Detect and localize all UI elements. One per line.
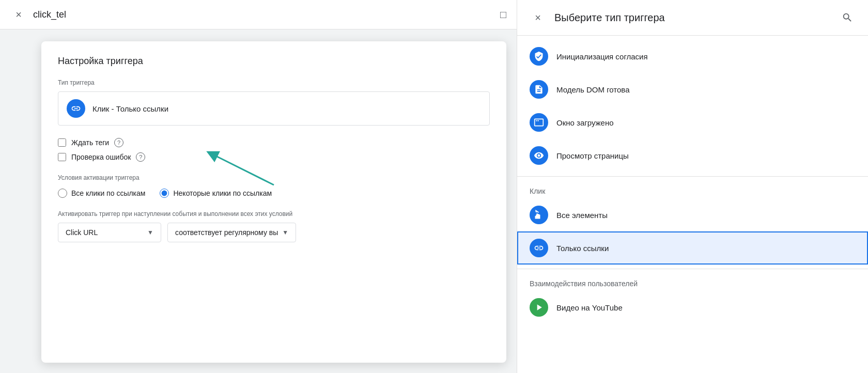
radio-some-input[interactable]	[160, 189, 169, 198]
section-divider-click	[517, 176, 868, 177]
all-elements-icon-circle	[530, 206, 548, 224]
search-button[interactable]	[839, 9, 856, 26]
trigger-settings-modal: Настройка триггера Тип триггера Клик - Т…	[41, 41, 506, 363]
check-errors-label: Проверка ошибок	[71, 153, 131, 161]
trigger-type-selector[interactable]: Клик - Только ссылки	[58, 91, 490, 126]
radio-some-label: Некоторые клики по ссылкам	[173, 189, 272, 197]
section-header-user: Взаимодействия пользователей	[517, 273, 868, 291]
only-links-icon-circle	[530, 239, 548, 257]
list-item-window-loaded[interactable]: Окно загружено	[517, 106, 868, 139]
trigger-type-list: Инициализация согласия Модель DOM готова…	[517, 36, 868, 373]
cursor-icon	[534, 210, 544, 220]
condition-field-select[interactable]: Click URL ▼	[58, 223, 161, 242]
wait-tags-help-icon[interactable]: ?	[114, 138, 123, 147]
modal-title: Настройка триггера	[58, 56, 490, 67]
condition-operator-select[interactable]: соответствует регулярному вы ▼	[167, 223, 296, 242]
section-header-click: Клик	[517, 181, 868, 198]
play-icon	[534, 302, 544, 313]
condition-operator-value: соответствует регулярному вы	[175, 228, 278, 237]
radio-some-links[interactable]: Некоторые клики по ссылкам	[160, 189, 272, 198]
page-view-icon-circle	[530, 146, 548, 165]
link-icon-list	[534, 243, 544, 253]
page-view-label: Просмотр страницы	[556, 151, 629, 160]
trigger-type-name: Клик - Только ссылки	[92, 104, 168, 113]
check-errors-row: Проверка ошибок ?	[58, 152, 490, 162]
search-icon	[842, 12, 853, 23]
check-errors-help-icon[interactable]: ?	[136, 152, 145, 162]
right-header: × Выберите тип триггера	[517, 0, 868, 36]
svg-rect-1	[536, 120, 537, 121]
dom-ready-label: Модель DOM готова	[556, 85, 630, 94]
consent-label: Инициализация согласия	[556, 52, 648, 61]
consent-icon-circle	[530, 47, 548, 66]
wait-tags-checkbox[interactable]	[58, 138, 66, 147]
only-links-label: Только ссылки	[556, 244, 609, 253]
dom-ready-icon-circle	[530, 80, 548, 99]
right-close-button[interactable]: ×	[530, 9, 546, 26]
eye-icon	[534, 150, 544, 161]
list-item-dom-ready[interactable]: Модель DOM готова	[517, 73, 868, 106]
close-button[interactable]: ×	[10, 6, 27, 23]
section-divider-user	[517, 269, 868, 269]
tag-name-input[interactable]	[33, 9, 494, 20]
condition-row: Click URL ▼ соответствует регулярному вы…	[58, 223, 490, 242]
radio-all-input[interactable]	[58, 189, 67, 198]
folder-icon[interactable]: □	[500, 9, 506, 21]
wait-tags-row: Ждать теги ?	[58, 138, 490, 147]
link-icon	[71, 103, 81, 114]
list-item-page-view[interactable]: Просмотр страницы	[517, 139, 868, 172]
window-loaded-label: Окно загружено	[556, 118, 614, 127]
shield-icon	[534, 51, 544, 61]
right-panel-title: Выберите тип триггера	[554, 12, 831, 24]
radio-row: Все клики по ссылкам Некоторые клики по …	[58, 189, 490, 198]
chevron-down-icon-2: ▼	[282, 229, 288, 236]
trigger-type-label: Тип триггера	[58, 79, 490, 86]
list-item-only-links[interactable]: Только ссылки	[517, 231, 868, 265]
chevron-down-icon: ▼	[147, 229, 153, 236]
checkboxes-section: Ждать теги ? Проверка ошибок ?	[58, 138, 490, 162]
trigger-type-icon	[67, 99, 85, 118]
svg-rect-2	[538, 120, 539, 121]
right-panel: × Выберите тип триггера Инициализация со…	[517, 0, 868, 373]
activation-label: Условия активации триггера	[58, 174, 490, 181]
list-item-all-elements[interactable]: Все элементы	[517, 198, 868, 231]
condition-label: Активировать триггер при наступлении соб…	[58, 210, 490, 217]
radio-all-label: Все клики по ссылкам	[71, 189, 145, 197]
list-item-consent[interactable]: Инициализация согласия	[517, 40, 868, 73]
all-elements-label: Все элементы	[556, 211, 608, 220]
condition-field-value: Click URL	[66, 228, 98, 237]
check-errors-checkbox[interactable]	[58, 153, 66, 161]
youtube-label: Видео на YouTube	[556, 303, 623, 312]
window-icon-circle	[530, 113, 548, 132]
list-item-youtube[interactable]: Видео на YouTube	[517, 291, 868, 324]
wait-tags-label: Ждать теги	[71, 138, 109, 147]
window-icon	[534, 117, 544, 128]
left-panel: × □ Настройка триггера Тип триггера Клик…	[0, 0, 517, 373]
youtube-icon-circle	[530, 298, 548, 317]
document-icon	[534, 84, 544, 95]
top-bar: × □	[0, 0, 517, 29]
radio-all-links[interactable]: Все клики по ссылкам	[58, 189, 145, 198]
